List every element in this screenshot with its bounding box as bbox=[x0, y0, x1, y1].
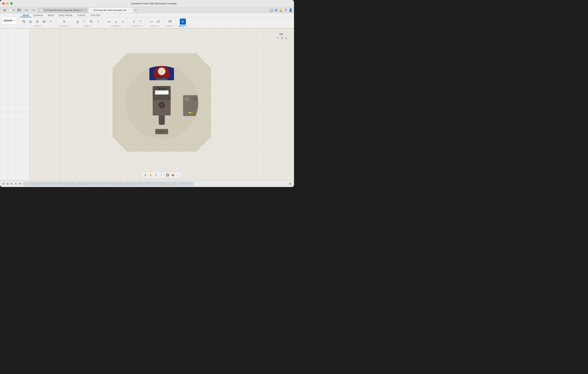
undo-icon[interactable]: ↩▾ bbox=[23, 7, 29, 13]
timeline-feature-48[interactable] bbox=[184, 182, 187, 186]
timeline-feature-19[interactable] bbox=[85, 182, 88, 186]
timeline-feature-39[interactable] bbox=[153, 182, 156, 186]
help-icon[interactable]: ❓ bbox=[284, 9, 287, 12]
new-component-btn[interactable] bbox=[21, 19, 27, 25]
minimize-button[interactable] bbox=[6, 2, 9, 5]
toolbar-tab-mesh[interactable]: MESH bbox=[46, 14, 56, 17]
tab-close-black[interactable]: ✕ bbox=[84, 9, 86, 11]
timeline-feature-37[interactable] bbox=[146, 182, 149, 186]
hole-btn[interactable] bbox=[41, 19, 47, 25]
toolbar-tab-plastic[interactable]: PLASTIC bbox=[75, 14, 88, 17]
timeline-start-btn[interactable]: ⏮ bbox=[1, 182, 5, 186]
pan-btn[interactable]: ✋ bbox=[148, 173, 153, 177]
tab-close-v16[interactable]: ✕ bbox=[129, 9, 130, 11]
timeline-feature-40[interactable] bbox=[157, 182, 159, 186]
timeline-feature-15[interactable] bbox=[71, 182, 74, 186]
timeline-feature-34[interactable] bbox=[136, 182, 139, 186]
ground-btn[interactable] bbox=[113, 19, 119, 25]
timeline-feature-23[interactable] bbox=[98, 182, 102, 186]
timeline-feature-28[interactable] bbox=[116, 182, 119, 186]
timeline-feature-6[interactable] bbox=[41, 182, 43, 186]
timeline-feature-43[interactable] bbox=[167, 182, 170, 186]
timeline-feature-41[interactable] bbox=[160, 182, 163, 186]
select-btn[interactable] bbox=[180, 19, 186, 25]
timeline-feature-9[interactable] bbox=[51, 182, 54, 186]
timeline-feature-12[interactable] bbox=[61, 182, 64, 186]
close-button[interactable] bbox=[2, 2, 5, 5]
plane-btn[interactable] bbox=[131, 19, 137, 25]
timeline-feature-38[interactable] bbox=[150, 182, 153, 186]
timeline-feature-30[interactable] bbox=[122, 182, 126, 186]
timeline-feature-26[interactable] bbox=[109, 182, 112, 186]
timeline-feature-18[interactable] bbox=[82, 182, 84, 186]
timeline-play-btn[interactable]: ▶ bbox=[10, 182, 14, 186]
apps-grid-icon[interactable]: ⊞ bbox=[1, 7, 8, 13]
section-btn[interactable] bbox=[155, 19, 161, 25]
design-menu-button[interactable]: DESIGN ▼ bbox=[1, 17, 17, 24]
timeline-feature-36[interactable] bbox=[143, 182, 146, 186]
timeline-feature-46[interactable] bbox=[177, 182, 180, 186]
timeline-feature-2[interactable] bbox=[27, 182, 30, 186]
nav-cube[interactable]: TOP Y Z X bbox=[277, 32, 290, 45]
add-tab-button[interactable]: + bbox=[134, 8, 138, 12]
timeline-feature-45[interactable] bbox=[174, 182, 177, 186]
timeline-feature-5[interactable] bbox=[37, 182, 40, 186]
save-icon[interactable]: 💾 bbox=[16, 7, 22, 13]
timeline-feature-31[interactable] bbox=[126, 182, 129, 186]
timeline-feature-47[interactable] bbox=[180, 182, 183, 186]
timeline-feature-44[interactable] bbox=[170, 182, 173, 186]
sync-icon[interactable]: 🔄 bbox=[270, 9, 273, 12]
split-btn[interactable] bbox=[95, 19, 101, 25]
cloud-icon[interactable]: 🌐 bbox=[274, 9, 278, 12]
viewport[interactable]: ✛ ✛ bbox=[29, 28, 294, 180]
measure-btn[interactable] bbox=[148, 19, 155, 25]
timeline-feature-11[interactable] bbox=[58, 182, 61, 186]
toolbar-tab-sheetmetal[interactable]: SHEET METAL bbox=[56, 14, 75, 17]
joint-btn[interactable] bbox=[106, 19, 112, 25]
combine-btn[interactable] bbox=[88, 19, 94, 25]
move-btn[interactable] bbox=[120, 19, 126, 25]
timeline-feature-35[interactable] bbox=[139, 182, 142, 186]
bell-icon[interactable]: 🔔 bbox=[279, 9, 283, 12]
zoom-btn[interactable]: 🔍 bbox=[154, 173, 158, 177]
timeline-feature-8[interactable] bbox=[47, 182, 50, 186]
fillet2-btn[interactable] bbox=[82, 19, 87, 25]
timeline-feature-13[interactable] bbox=[64, 182, 67, 186]
timeline-feature-10[interactable] bbox=[54, 182, 57, 186]
timeline-feature-4[interactable] bbox=[34, 182, 37, 186]
display-mode-btn[interactable]: 🔲 bbox=[165, 173, 170, 177]
toolbar-tab-solid[interactable]: SOLID bbox=[20, 14, 31, 17]
timeline-feature-50[interactable] bbox=[190, 182, 194, 186]
timeline-feature-21[interactable] bbox=[92, 182, 95, 186]
timeline-feature-49[interactable] bbox=[187, 182, 190, 186]
timeline-feature-22[interactable] bbox=[95, 182, 98, 186]
press-pull-btn[interactable] bbox=[75, 19, 81, 25]
timeline-feature-17[interactable] bbox=[78, 182, 81, 186]
timeline-feature-16[interactable] bbox=[75, 182, 78, 186]
axis-btn[interactable] bbox=[137, 19, 144, 25]
timeline-feature-32[interactable] bbox=[129, 182, 132, 186]
timeline-feature-42[interactable] bbox=[163, 182, 166, 186]
timeline-feature-27[interactable] bbox=[112, 182, 115, 186]
fit-btn[interactable]: ⌕ bbox=[159, 173, 163, 177]
automate-btn[interactable] bbox=[61, 19, 67, 25]
profile-icon[interactable]: 👤 bbox=[289, 8, 293, 12]
file-menu-icon[interactable]: 📄▾ bbox=[9, 7, 15, 13]
tab-assembly-v16[interactable]: ● 3D Printed Wii Tanks Assembly v16* ✕ bbox=[89, 8, 133, 13]
timeline-feature-20[interactable] bbox=[88, 182, 91, 186]
timeline-feature-29[interactable] bbox=[119, 182, 122, 186]
fillet-btn[interactable] bbox=[48, 19, 54, 25]
revolve-btn[interactable] bbox=[34, 19, 40, 25]
insert-image-btn[interactable] bbox=[167, 19, 173, 25]
nav-cube-face[interactable]: TOP bbox=[277, 32, 285, 36]
more-btn[interactable]: ⋯ bbox=[176, 173, 180, 177]
toolbar-tab-utilities[interactable]: UTILITIES bbox=[88, 14, 103, 17]
timeline-feature-24[interactable] bbox=[102, 182, 105, 186]
timeline-end-btn[interactable]: ⏭| bbox=[18, 182, 22, 186]
timeline-feature-7[interactable] bbox=[44, 182, 47, 186]
timeline-feature-33[interactable] bbox=[133, 182, 136, 186]
timeline-settings-btn[interactable]: ⚙ bbox=[288, 182, 293, 186]
redo-icon[interactable]: ↪▾ bbox=[30, 7, 36, 13]
visual-style-btn[interactable]: 📦 bbox=[170, 173, 175, 177]
toolbar-tab-surface[interactable]: SURFACE bbox=[31, 14, 46, 17]
